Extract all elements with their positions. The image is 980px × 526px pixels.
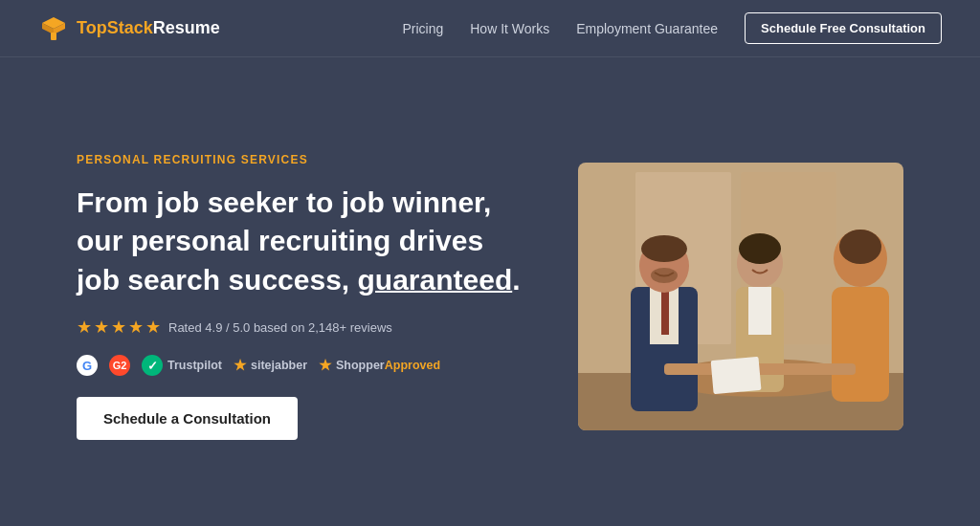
shopper-icon: ★ (319, 357, 331, 374)
badge-shopper-approved: ★ ShopperApproved (319, 357, 440, 374)
badge-g2: G2 (109, 355, 130, 376)
google-icon: G (77, 355, 98, 376)
star-1: ★ (77, 317, 92, 338)
star-rating: ★ ★ ★ ★ ★ (77, 317, 161, 338)
hero-tagline: PERSONAL RECRUITING SERVICES (77, 153, 521, 166)
rating-row: ★ ★ ★ ★ ★ Rated 4.9 / 5.0 based on 2,148… (77, 317, 521, 338)
headline-line1: From job seeker to job winner, (77, 186, 491, 218)
logo-icon (38, 13, 69, 44)
headline-line2: our personal recruiting drives (77, 225, 483, 256)
nav-how-it-works[interactable]: How It Works (470, 21, 549, 36)
svg-point-11 (839, 230, 881, 264)
svg-point-16 (641, 235, 687, 262)
sitejabber-label: sitejabber (251, 359, 307, 372)
g2-icon: G2 (109, 355, 130, 376)
badge-trustpilot: ✓ Trustpilot (142, 355, 222, 376)
hero-content: PERSONAL RECRUITING SERVICES From job se… (77, 153, 521, 441)
sitejabber-icon: ★ (234, 357, 246, 374)
svg-rect-14 (661, 287, 669, 335)
hero-image (578, 163, 903, 430)
svg-point-19 (739, 233, 781, 264)
star-5: ★ (145, 317, 161, 338)
trust-badges: G G2 ✓ Trustpilot ★ sitejabber ★ Shopper… (77, 355, 521, 376)
badge-google: G (77, 355, 98, 376)
trustpilot-label: Trustpilot (167, 359, 222, 372)
star-2: ★ (94, 317, 109, 338)
svg-rect-21 (748, 287, 771, 335)
headline-line3: job search success, (77, 264, 358, 296)
svg-rect-23 (711, 357, 762, 394)
star-4: ★ (128, 317, 144, 338)
hero-headline: From job seeker to job winner, our perso… (77, 184, 521, 300)
nav-employment-guarantee[interactable]: Employment Guarantee (576, 21, 718, 36)
rating-text: Rated 4.9 / 5.0 based on 2,148+ reviews (168, 320, 392, 335)
badge-sitejabber: ★ sitejabber (234, 357, 307, 374)
svg-rect-10 (832, 287, 889, 402)
trustpilot-icon: ✓ (142, 355, 163, 376)
logo[interactable]: TopStackResume (38, 13, 220, 44)
nav-pricing[interactable]: Pricing (402, 21, 443, 36)
svg-point-17 (651, 268, 678, 283)
logo-text: TopStackResume (77, 18, 220, 38)
hero-scene-svg (578, 163, 903, 430)
star-3: ★ (111, 317, 126, 338)
shopper-label: ShopperApproved (336, 359, 440, 372)
svg-rect-22 (664, 363, 856, 375)
navbar: TopStackResume Pricing How It Works Empl… (0, 0, 980, 57)
hero-section: PERSONAL RECRUITING SERVICES From job se… (0, 57, 980, 526)
nav-cta-button[interactable]: Schedule Free Consultation (745, 12, 942, 44)
svg-rect-3 (51, 33, 56, 40)
nav-links: Pricing How It Works Employment Guarante… (402, 12, 942, 44)
headline-emphasis: guaranteed (358, 264, 513, 296)
schedule-consultation-button[interactable]: Schedule a Consultation (77, 397, 298, 440)
